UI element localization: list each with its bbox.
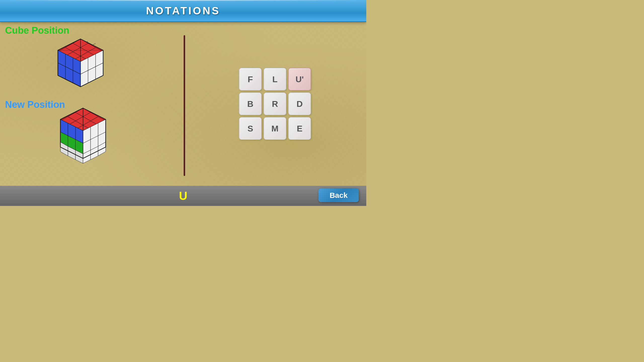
notation-grid: F L U' B R D S M E [239,68,311,140]
header: NOTATIONS [0,0,366,22]
notation-key-b[interactable]: B [239,93,262,115]
cube-position-label: Cube Position [5,25,131,36]
cube-new [53,106,113,169]
notation-key-uprime[interactable]: U' [288,68,311,90]
cube-original-svg [53,36,108,94]
page-title: NOTATIONS [146,5,220,17]
bottom-bar: U Back [0,186,366,206]
divider [184,35,185,176]
notation-key-m[interactable]: M [264,117,286,140]
notation-key-f[interactable]: F [239,68,262,90]
current-notation-label: U [179,189,187,203]
cube-original [53,36,108,95]
notation-key-e[interactable]: E [288,117,311,140]
cube-new-svg [53,106,113,168]
notation-key-l[interactable]: L [264,68,286,90]
notation-key-d[interactable]: D [288,93,311,115]
back-button[interactable]: Back [318,188,359,202]
notation-key-s[interactable]: S [239,117,262,140]
notation-key-r[interactable]: R [264,93,286,115]
